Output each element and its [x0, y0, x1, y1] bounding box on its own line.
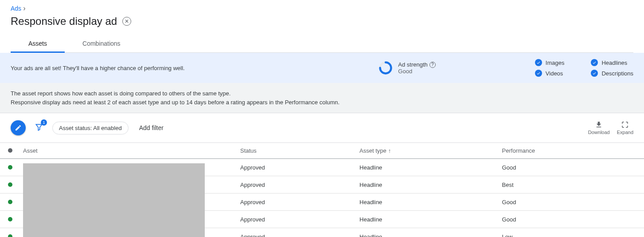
cell-asset-type: Headline [354, 159, 497, 176]
check-headlines: Headlines [591, 59, 633, 66]
assets-table: Asset Status Asset type↑ Performance App… [0, 142, 644, 237]
filter-badge: 1 [41, 119, 47, 126]
ad-strength-rating: Good [398, 68, 436, 75]
col-asset-type[interactable]: Asset type↑ [354, 143, 497, 159]
cell-performance: Good [497, 194, 644, 211]
filter-chip-asset-status[interactable]: Asset status: All enabled [52, 122, 129, 134]
check-images: Images [535, 59, 565, 66]
cell-status: Approved [235, 228, 354, 237]
cell-performance: Low [497, 228, 644, 237]
sort-ascending-icon: ↑ [388, 147, 391, 154]
breadcrumb: Ads › [11, 4, 633, 12]
tab-combinations[interactable]: Combinations [65, 36, 138, 52]
checkmark-icon [591, 70, 598, 77]
download-button[interactable]: Download [588, 121, 610, 135]
ad-strength-label: Ad strength [398, 61, 428, 68]
expand-icon [621, 121, 629, 129]
tabs: Assets Combinations [11, 36, 633, 53]
cell-status: Approved [235, 176, 354, 194]
chevron-right-icon: › [23, 4, 25, 12]
enabled-dot-icon [8, 165, 12, 170]
cell-performance: Good [497, 211, 644, 228]
col-status[interactable]: Status [235, 143, 354, 159]
cell-status: Approved [235, 194, 354, 211]
toolbar: 1 Asset status: All enabled Add filter D… [0, 113, 644, 142]
cell-performance: Good [497, 159, 644, 176]
col-asset[interactable]: Asset [18, 143, 235, 159]
enabled-dot-icon [8, 234, 12, 237]
ad-strength-bar: Your ads are all set! They'll have a hig… [0, 53, 644, 83]
pencil-icon [15, 124, 22, 131]
table-row[interactable]: ApprovedHeadlineGood [0, 159, 644, 176]
enabled-dot-icon [8, 200, 12, 204]
checkmark-icon [591, 59, 598, 66]
checkmark-icon [535, 70, 542, 77]
enabled-dot-icon [8, 217, 12, 221]
ad-strength-message: Your ads are all set! They'll have a hig… [11, 65, 368, 71]
add-filter-button[interactable]: Add filter [139, 124, 164, 131]
report-note: The asset report shows how each asset is… [0, 83, 644, 113]
remove-ad-button[interactable]: ✕ [122, 17, 131, 26]
check-descriptions: Descriptions [591, 70, 633, 77]
download-icon [595, 121, 603, 129]
tab-assets[interactable]: Assets [11, 36, 65, 52]
col-performance[interactable]: Performance [497, 143, 644, 159]
cell-performance: Best [497, 176, 644, 194]
cell-asset-type: Headline [354, 211, 497, 228]
checkmark-icon [535, 59, 542, 66]
edit-fab-button[interactable] [11, 120, 26, 135]
expand-button[interactable]: Expand [617, 121, 633, 135]
status-dot-icon [8, 148, 12, 153]
filter-button[interactable]: 1 [33, 121, 45, 135]
page-title: Responsive display ad [11, 15, 117, 28]
col-status-indicator[interactable] [0, 143, 18, 159]
check-videos: Videos [535, 70, 565, 77]
cell-asset-type: Headline [354, 176, 497, 194]
enabled-dot-icon [8, 182, 12, 187]
cell-asset-type: Headline [354, 194, 497, 211]
cell-asset-type: Headline [354, 228, 497, 237]
cell-status: Approved [235, 211, 354, 228]
breadcrumb-parent-link[interactable]: Ads [11, 5, 21, 12]
ad-strength-donut-icon [379, 61, 393, 75]
cell-status: Approved [235, 159, 354, 176]
help-icon[interactable]: ? [429, 62, 436, 68]
